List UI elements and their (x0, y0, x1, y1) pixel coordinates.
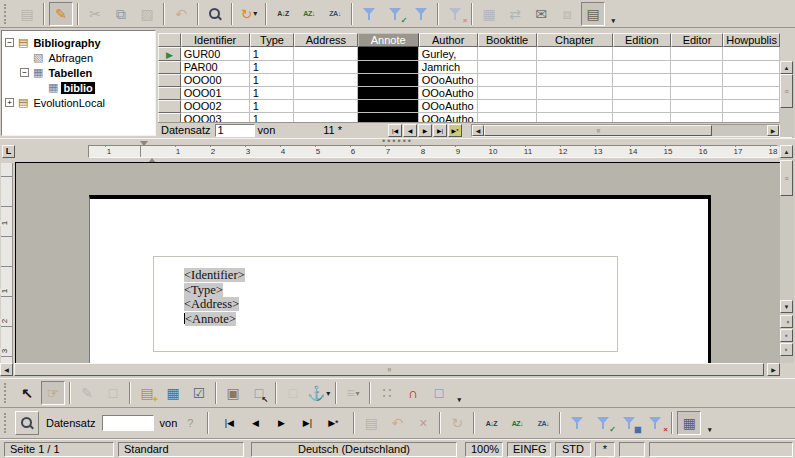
scroll-right-icon[interactable]: ▶ (767, 363, 780, 376)
cell[interactable] (294, 100, 357, 113)
vertical-ruler[interactable]: 1123 (1, 163, 13, 363)
copy-button[interactable]: ⧉ (109, 2, 133, 26)
find-record-button[interactable] (15, 411, 39, 435)
column-header-edition[interactable]: Edition (613, 33, 671, 47)
toolbar-overflow-button[interactable]: ▾ (453, 381, 465, 405)
cell[interactable] (537, 47, 613, 61)
scroll-up-icon[interactable]: ▲ (780, 61, 793, 74)
cell[interactable] (294, 113, 357, 122)
status-page-style[interactable]: Standard (118, 442, 244, 457)
cell[interactable] (613, 74, 671, 87)
cell[interactable] (294, 61, 357, 74)
sidebar-item-evolutionlocal[interactable]: +▤EvolutionLocal (2, 95, 155, 110)
column-header-type[interactable]: Type (250, 33, 295, 47)
field-placeholder[interactable]: <Identifier> (184, 268, 245, 282)
sort-ascending-button[interactable]: AZ↓ (505, 411, 529, 435)
helplines-while-moving-button[interactable]: □ (427, 381, 451, 405)
cell[interactable]: 1 (250, 100, 295, 113)
cell[interactable] (671, 113, 723, 122)
document-canvas[interactable]: <Identifier><Type><Address><Annote> (15, 162, 780, 363)
scroll-left-icon[interactable]: ◀ (0, 363, 13, 376)
column-header-howpublis[interactable]: Howpublis (723, 33, 780, 47)
column-header-identifier[interactable]: Identifier (181, 33, 250, 47)
standard-filter-button[interactable] (409, 2, 433, 26)
last-record-button[interactable]: ▶| (296, 412, 318, 434)
document-hscroll-thumb[interactable]: ≡ (14, 363, 764, 376)
scroll-down-icon[interactable]: ▼ (780, 300, 793, 313)
display-grid-button[interactable]: ∷ (375, 381, 399, 405)
explorer-onoff-button[interactable]: ▤ (581, 2, 605, 26)
first-record-button[interactable]: |◀ (388, 124, 402, 137)
status-modified[interactable]: * (595, 442, 615, 457)
data-source-explorer[interactable]: −▤Bibliography▧Abfragen−▦Tabellen▦biblio… (1, 30, 156, 136)
new-record-button[interactable]: ▶* (448, 124, 462, 137)
cell[interactable]: OOO01 (181, 87, 250, 100)
row-selector[interactable] (158, 113, 181, 122)
add-field-button[interactable]: ▤✦ (135, 381, 159, 405)
first-record-button[interactable]: |◀ (218, 412, 240, 434)
apply-filter-button[interactable]: ✓ (591, 411, 615, 435)
record-number-input[interactable] (215, 124, 255, 137)
row-selector[interactable] (158, 61, 181, 74)
column-header-booktitle[interactable]: Booktitle (478, 33, 537, 47)
sort-descending-button[interactable]: ZA↓ (323, 2, 347, 26)
document-vertical-scrollbar[interactable]: ▲ ≡ ▼ » ▪ » (780, 145, 794, 363)
refresh-button[interactable]: ↻▾ (237, 2, 261, 26)
cell[interactable] (478, 74, 537, 87)
cell[interactable] (294, 74, 357, 87)
data-source-table[interactable]: IdentifierTypeAddressAnnoteAuthorBooktit… (158, 33, 780, 122)
cell[interactable] (537, 61, 613, 74)
cell[interactable] (613, 61, 671, 74)
cell[interactable] (358, 74, 419, 87)
horizontal-ruler[interactable]: 1123456789101112131415161718 (88, 145, 778, 158)
row-selector[interactable] (158, 100, 181, 113)
column-header-annote[interactable]: Annote (358, 33, 419, 47)
cell[interactable] (723, 74, 780, 87)
tree-expander-icon[interactable]: + (5, 98, 14, 107)
edit-data-button[interactable]: ✎ (49, 2, 73, 26)
toolbar-overflow-button[interactable]: ▾ (607, 2, 619, 26)
document-horizontal-scrollbar[interactable]: ◀ ≡ ▶ (0, 363, 780, 377)
cell[interactable]: Jamrich (419, 61, 478, 74)
cell[interactable] (478, 100, 537, 113)
field-placeholder[interactable]: <Annote> (185, 312, 236, 326)
document-scroll-thumb[interactable]: ≡ (780, 160, 793, 196)
status-page[interactable]: Seite 1 / 1 (4, 442, 114, 457)
tab-stop-selector[interactable]: L (2, 145, 15, 158)
cell[interactable] (613, 113, 671, 122)
cell[interactable]: OOO03 (181, 113, 250, 122)
cell[interactable] (671, 74, 723, 87)
cell[interactable] (671, 100, 723, 113)
cell[interactable] (358, 100, 419, 113)
select-button[interactable]: ↖ (15, 381, 39, 405)
document-page[interactable]: <Identifier><Type><Address><Annote> (89, 195, 711, 363)
previous-record-button[interactable]: ◀ (403, 124, 417, 137)
tree-expander-icon[interactable]: − (5, 38, 14, 47)
autofilter-button[interactable] (357, 2, 381, 26)
table-corner-cell[interactable] (158, 33, 181, 47)
form-based-filters-button[interactable]: ▦ (617, 411, 641, 435)
cell[interactable]: 1 (250, 47, 295, 61)
sidebar-item-tabellen[interactable]: −▦Tabellen (2, 65, 155, 80)
cell[interactable] (358, 113, 419, 122)
cell[interactable]: 1 (250, 61, 295, 74)
cell[interactable]: OOoAutho (419, 87, 478, 100)
apply-filter-button[interactable]: ✓ (383, 2, 407, 26)
cell[interactable]: GUR00 (181, 47, 250, 61)
column-header-chapter[interactable]: Chapter (537, 33, 613, 47)
cell[interactable] (294, 87, 357, 100)
cell[interactable] (723, 113, 780, 122)
new-record-button[interactable]: ▶* (322, 412, 344, 434)
toolbar-handle[interactable] (4, 4, 10, 24)
cell[interactable] (723, 100, 780, 113)
cell[interactable] (537, 87, 613, 100)
cell[interactable] (358, 47, 419, 61)
cell[interactable] (358, 87, 419, 100)
scroll-right-icon[interactable]: ▶ (767, 125, 779, 136)
indent-marker-icon[interactable] (140, 146, 156, 158)
cell[interactable] (537, 113, 613, 122)
last-record-button[interactable]: ▶| (433, 124, 447, 137)
cell[interactable]: PAR00 (181, 61, 250, 74)
cell[interactable] (478, 47, 537, 61)
row-selector[interactable]: ▶ (158, 47, 181, 61)
